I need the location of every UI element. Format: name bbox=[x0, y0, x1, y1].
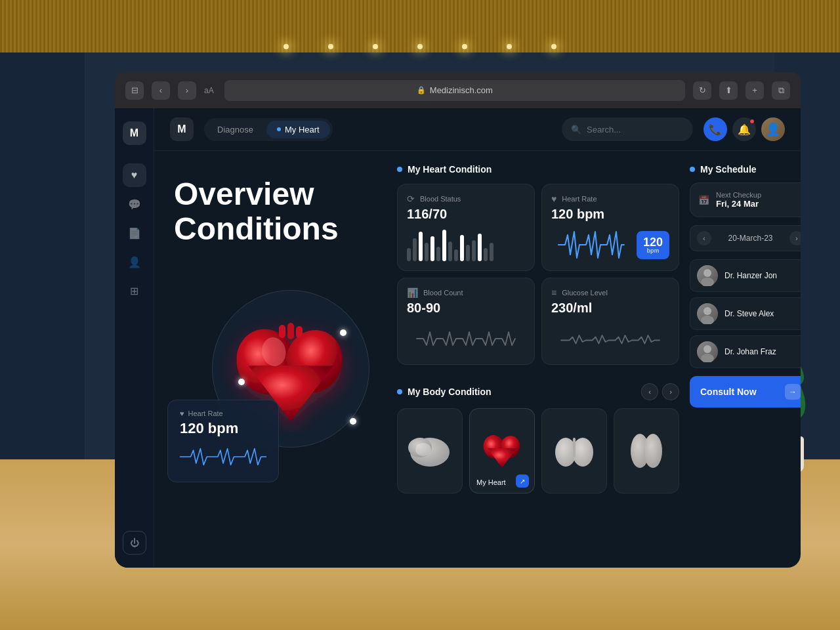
ceiling-light bbox=[417, 44, 423, 49]
svg-rect-4 bbox=[279, 325, 285, 338]
power-button[interactable]: ⏻ bbox=[123, 531, 146, 555]
bar-active bbox=[478, 234, 482, 261]
kidney-svg bbox=[627, 430, 666, 472]
ceiling-light bbox=[507, 44, 512, 49]
svg-point-21 bbox=[701, 316, 714, 324]
heart-rate-value: 120 bpm bbox=[551, 207, 669, 222]
bar-active bbox=[460, 235, 464, 261]
ceiling-light bbox=[284, 44, 289, 49]
doctor-list: Dr. Hanzer Jon Dr. Steve Alex bbox=[690, 259, 801, 368]
secure-icon: 🔒 bbox=[417, 86, 426, 94]
doctor-avatar-1 bbox=[697, 303, 718, 324]
browser-chrome: ⊟ ‹ › aA 🔒 Medizinisch.com ↻ ⬆ + ⧉ bbox=[115, 72, 801, 108]
checkup-row: 📅 Next Checkup Fri, 24 Mar bbox=[698, 191, 801, 209]
sidebar-item-documents[interactable]: 📄 bbox=[123, 221, 146, 245]
body-organs: My Heart ↗ bbox=[397, 408, 679, 494]
sidebar-item-heart[interactable]: ♥ bbox=[123, 163, 146, 187]
heart-rate-card: ♥ Heart Rate 120 bpm bbox=[167, 400, 279, 482]
hr-value: 120 bpm bbox=[180, 420, 266, 437]
consult-now-label: Consult Now bbox=[700, 387, 757, 397]
nav-tabs: Diagnose My Heart bbox=[204, 118, 333, 141]
ceiling-light bbox=[551, 44, 556, 49]
doctor-name-1: Dr. Steve Alex bbox=[724, 309, 774, 318]
consult-arrow-icon: → bbox=[785, 384, 801, 400]
doctor-name-0: Dr. Hanzer Jon bbox=[724, 271, 777, 280]
calendar-date: 20-March-23 bbox=[728, 234, 772, 243]
section-dot bbox=[397, 389, 402, 394]
blood-count-header: 📊 Blood Count bbox=[407, 287, 525, 298]
refresh-button[interactable]: ↻ bbox=[693, 81, 711, 100]
overview-panel: Overview Conditions bbox=[154, 151, 390, 568]
right-panel: My Heart Condition ⟳ Blood Status 116/70 bbox=[390, 151, 801, 568]
bar bbox=[454, 249, 458, 261]
blood-count-icon: 📊 bbox=[407, 287, 418, 298]
heart-link-button[interactable]: ↗ bbox=[516, 474, 529, 488]
checkup-info: Next Checkup Fri, 24 Mar bbox=[716, 191, 761, 209]
share-button[interactable]: ⬆ bbox=[719, 81, 738, 100]
consult-now-button[interactable]: Consult Now → bbox=[690, 376, 801, 408]
svg-rect-5 bbox=[287, 323, 294, 339]
checkup-label: Next Checkup bbox=[716, 191, 761, 199]
app-logo: M bbox=[170, 117, 194, 141]
heart-rate-icon: ♥ bbox=[551, 194, 556, 204]
doctor-item-2: Dr. Johan Fraz bbox=[690, 335, 801, 368]
heart-rate-header: ♥ Heart Rate bbox=[551, 194, 669, 204]
bar bbox=[407, 248, 411, 261]
section-dot bbox=[397, 167, 402, 172]
bar bbox=[448, 242, 452, 261]
glucose-level-card: ≡ Glucose Level 230/ml bbox=[541, 278, 679, 365]
tab-my-heart[interactable]: My Heart bbox=[266, 121, 330, 138]
glucose-header: ≡ Glucose Level bbox=[551, 287, 669, 298]
bar bbox=[484, 248, 488, 261]
bar-active bbox=[442, 230, 446, 261]
glucose-value: 230/ml bbox=[551, 301, 669, 316]
liver-svg bbox=[407, 431, 453, 471]
next-checkup-card: 📅 Next Checkup Fri, 24 Mar bbox=[690, 182, 801, 217]
heart-icon-small: ♥ bbox=[180, 410, 184, 417]
bar-active bbox=[430, 236, 434, 261]
body-condition-section: My Body Condition ‹ › bbox=[397, 383, 679, 494]
next-organ-button[interactable]: › bbox=[662, 383, 679, 400]
glucose-wave bbox=[551, 322, 669, 355]
organ-lungs[interactable] bbox=[541, 408, 607, 494]
url-text: Medizinisch.com bbox=[430, 85, 493, 95]
sidebar-item-grid[interactable]: ⊞ bbox=[123, 279, 146, 303]
forward-button[interactable]: › bbox=[178, 81, 196, 100]
tabs-button[interactable]: ⧉ bbox=[772, 81, 790, 100]
svg-point-23 bbox=[701, 354, 714, 362]
organ-liver[interactable] bbox=[397, 408, 463, 494]
heart-label: My Heart bbox=[476, 478, 506, 486]
sidebar-toggle-button[interactable]: ⊟ bbox=[125, 81, 144, 100]
address-bar[interactable]: 🔒 Medizinisch.com bbox=[224, 80, 685, 101]
heart-rate-card-metric: ♥ Heart Rate 120 bpm 120 bpm bbox=[541, 184, 679, 271]
blood-count-value: 80-90 bbox=[407, 301, 525, 316]
blood-status-card: ⟳ Blood Status 116/70 bbox=[397, 184, 535, 271]
avatar[interactable]: 👤 bbox=[761, 117, 785, 141]
prev-organ-button[interactable]: ‹ bbox=[641, 383, 658, 400]
tab-diagnose[interactable]: Diagnose bbox=[207, 121, 264, 138]
sidebar-item-chat[interactable]: 💬 bbox=[123, 192, 146, 216]
bar bbox=[436, 247, 440, 261]
svg-point-22 bbox=[704, 345, 711, 353]
schedule-section: My Schedule 📅 Next Checkup Fri, 24 Mar bbox=[690, 164, 801, 555]
new-tab-button[interactable]: + bbox=[746, 81, 764, 100]
checkup-date: Fri, 24 Mar bbox=[716, 199, 761, 209]
search-bar[interactable]: 🔍 Search... bbox=[562, 117, 693, 141]
call-button[interactable]: 📞 bbox=[704, 117, 727, 141]
blood-bars bbox=[407, 228, 525, 261]
hr-label: ♥ Heart Rate bbox=[180, 410, 266, 417]
sidebar-item-profile[interactable]: 👤 bbox=[123, 250, 146, 274]
back-button[interactable]: ‹ bbox=[152, 81, 170, 100]
metrics-grid: ⟳ Blood Status 116/70 bbox=[397, 184, 679, 365]
notification-button[interactable]: 🔔 bbox=[732, 117, 756, 141]
bar bbox=[472, 240, 476, 261]
svg-point-18 bbox=[704, 269, 711, 277]
bar bbox=[466, 245, 470, 261]
ceiling-light bbox=[462, 44, 467, 49]
organ-heart[interactable]: My Heart ↗ bbox=[469, 408, 535, 494]
prev-date-button[interactable]: ‹ bbox=[697, 231, 711, 245]
next-date-button[interactable]: › bbox=[789, 231, 801, 245]
dot-indicator-2 bbox=[238, 379, 245, 385]
sidebar: M ♥ 💬 📄 👤 ⊞ ⏻ bbox=[115, 108, 154, 568]
organ-kidney[interactable] bbox=[614, 408, 679, 494]
